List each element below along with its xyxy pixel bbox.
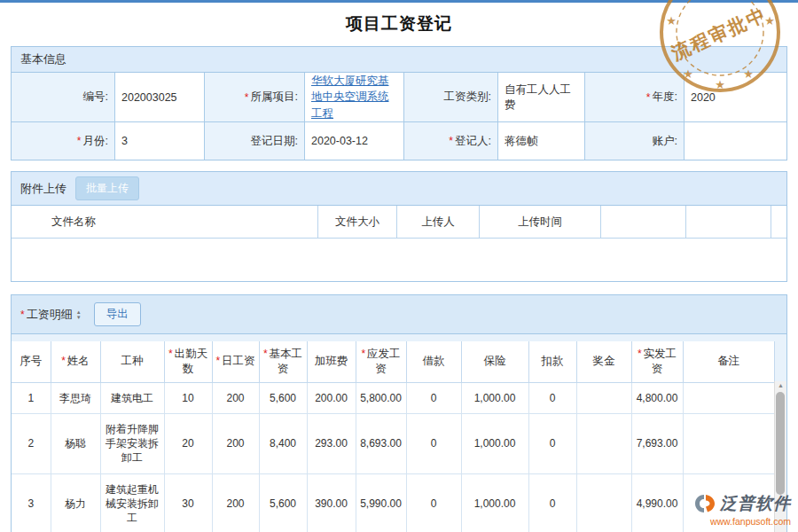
- salary-detail-title: 工资明细: [27, 307, 73, 323]
- field-value-year: 2020: [685, 73, 786, 122]
- field-value-salary-type: 自有工人人工费: [498, 73, 585, 122]
- attachments-col-header: [771, 206, 786, 238]
- salary-cell: 建筑电工: [100, 382, 164, 413]
- field-label-project: *所属项目:: [205, 73, 305, 122]
- salary-cell: 4,800.00: [631, 382, 683, 413]
- required-asterisk: *: [168, 348, 173, 360]
- salary-cell: 5,990.00: [356, 473, 406, 532]
- field-label-account: 账户:: [585, 122, 685, 160]
- salary-col-header: 扣款: [528, 341, 576, 382]
- sort-icon[interactable]: ▲▼: [76, 309, 82, 320]
- field-label-register-date: 登记日期:: [205, 122, 305, 160]
- required-asterisk: *: [449, 135, 453, 147]
- batch-upload-button[interactable]: 批量上传: [75, 176, 139, 200]
- required-asterisk: *: [20, 309, 25, 321]
- salary-cell: 李思琦: [51, 382, 100, 413]
- top-accent-line: [0, 0, 798, 3]
- vendor-name: 泛普软件: [720, 492, 791, 515]
- field-value-registrant: 蒋德帧: [498, 122, 585, 160]
- attachments-col-header: 文件大小: [318, 206, 397, 238]
- salary-col-header: 备注: [683, 341, 775, 382]
- salary-cell: 4,990.00: [631, 473, 683, 532]
- salary-cell: [683, 413, 775, 473]
- salary-col-header: *出勤天数: [164, 341, 212, 382]
- attachments-title: 附件上传: [20, 181, 66, 197]
- salary-cell: 5,600: [259, 382, 307, 413]
- salary-col-header: 借款: [406, 341, 461, 382]
- salary-col-header: 工种: [100, 341, 164, 382]
- salary-cell: 3: [12, 473, 51, 532]
- scroll-up-icon[interactable]: ▲: [775, 381, 786, 390]
- required-asterisk: *: [77, 135, 82, 147]
- field-label-salary-type: 工资类别:: [404, 73, 498, 122]
- salary-detail-section: * 工资明细 ▲▼ 导出 序号*姓名工种*出勤天数*日工资*基本工资加班费*应发…: [11, 294, 787, 532]
- salary-row[interactable]: 2杨聪附着升降脚手架安装拆卸工202008,400293.008,693.000…: [12, 413, 775, 473]
- attachments-header-row: 文件名称文件大小上传人上传时间: [12, 206, 786, 239]
- required-asterisk: *: [245, 91, 249, 104]
- field-label-number: 编号:: [12, 73, 115, 122]
- salary-table: 序号*姓名工种*出勤天数*日工资*基本工资加班费*应发工资借款保险扣款奖金*实发…: [12, 341, 775, 532]
- salary-col-header: *应发工资: [356, 341, 406, 382]
- salary-cell: 2: [12, 413, 51, 473]
- field-value-number: 202003025: [115, 73, 205, 122]
- fanpu-logo-icon: [693, 493, 716, 514]
- scrollbar-thumb[interactable]: [776, 392, 785, 495]
- salary-cell: 200.00: [307, 382, 356, 413]
- salary-cell: 390.00: [307, 473, 356, 532]
- salary-body: 1李思琦建筑电工102005,600200.005,800.0001,000.0…: [12, 382, 775, 532]
- required-asterisk: *: [646, 91, 651, 104]
- salary-cell: 建筑起重机械安装拆卸工: [100, 473, 164, 532]
- salary-cell: 附着升降脚手架安装拆卸工: [100, 413, 164, 473]
- salary-cell: 30: [164, 473, 212, 532]
- salary-cell: 1,000.00: [461, 413, 528, 473]
- salary-cell: 200: [212, 382, 259, 413]
- salary-col-header: *基本工资: [259, 341, 307, 382]
- salary-cell: 5,800.00: [356, 382, 406, 413]
- field-label-year: *年度:: [585, 73, 685, 122]
- salary-cell: 0: [528, 473, 576, 532]
- salary-col-header: 加班费: [307, 341, 356, 382]
- attachments-empty-body: [12, 239, 786, 281]
- attachments-header: 附件上传 批量上传: [12, 172, 786, 206]
- salary-cell: 0: [528, 382, 576, 413]
- salary-cell: 0: [406, 413, 461, 473]
- required-asterisk: *: [638, 348, 642, 360]
- attachments-col-header: [601, 206, 686, 238]
- field-label-month: *月份:: [12, 122, 115, 160]
- export-button[interactable]: 导出: [94, 302, 141, 326]
- salary-cell: 5,600: [259, 473, 307, 532]
- salary-detail-header: * 工资明细 ▲▼ 导出: [12, 295, 786, 334]
- salary-cell: 200: [212, 413, 259, 473]
- attachments-col-header: 上传时间: [480, 206, 601, 238]
- salary-header-row: 序号*姓名工种*出勤天数*日工资*基本工资加班费*应发工资借款保险扣款奖金*实发…: [12, 341, 775, 382]
- basic-info-grid: 编号:202003025*所属项目:华软大厦研究基地中央空调系统工程工资类别:自…: [12, 73, 786, 160]
- attachments-col-header: 上传人: [397, 206, 480, 238]
- required-asterisk: *: [61, 355, 66, 367]
- attachments-col-header: 文件名称: [12, 206, 318, 238]
- required-asterisk: *: [263, 348, 268, 360]
- attachments-section: 附件上传 批量上传 文件名称文件大小上传人上传时间: [11, 171, 787, 282]
- salary-cell: 杨力: [51, 473, 100, 532]
- vendor-url[interactable]: www.fanpusoft.com: [693, 516, 791, 527]
- salary-col-header: *姓名: [51, 341, 100, 382]
- salary-cell: 7,693.00: [631, 413, 683, 473]
- salary-cell: 杨聪: [51, 413, 100, 473]
- vendor-logo: 泛普软件 www.fanpusoft.com: [693, 492, 791, 527]
- project-link[interactable]: 华软大厦研究基地中央空调系统工程: [311, 73, 397, 121]
- salary-cell: 0: [406, 382, 461, 413]
- salary-cell: 0: [528, 413, 576, 473]
- field-value-register-date: 2020-03-12: [305, 122, 404, 160]
- salary-col-header: *日工资: [212, 341, 259, 382]
- salary-cell: 1,000.00: [461, 473, 528, 532]
- attachments-col-header: [686, 206, 771, 238]
- salary-row[interactable]: 1李思琦建筑电工102005,600200.005,800.0001,000.0…: [12, 382, 775, 413]
- required-asterisk: *: [215, 355, 220, 367]
- field-value-account: [685, 122, 786, 160]
- salary-cell: 1: [12, 382, 51, 413]
- salary-cell: [683, 382, 775, 413]
- salary-row[interactable]: 3杨力建筑起重机械安装拆卸工302005,600390.005,990.0001…: [12, 473, 775, 532]
- salary-cell: 1,000.00: [461, 382, 528, 413]
- salary-cell: [576, 382, 631, 413]
- field-label-registrant: *登记人:: [404, 122, 498, 160]
- page-title: 项目工资登记: [0, 12, 798, 35]
